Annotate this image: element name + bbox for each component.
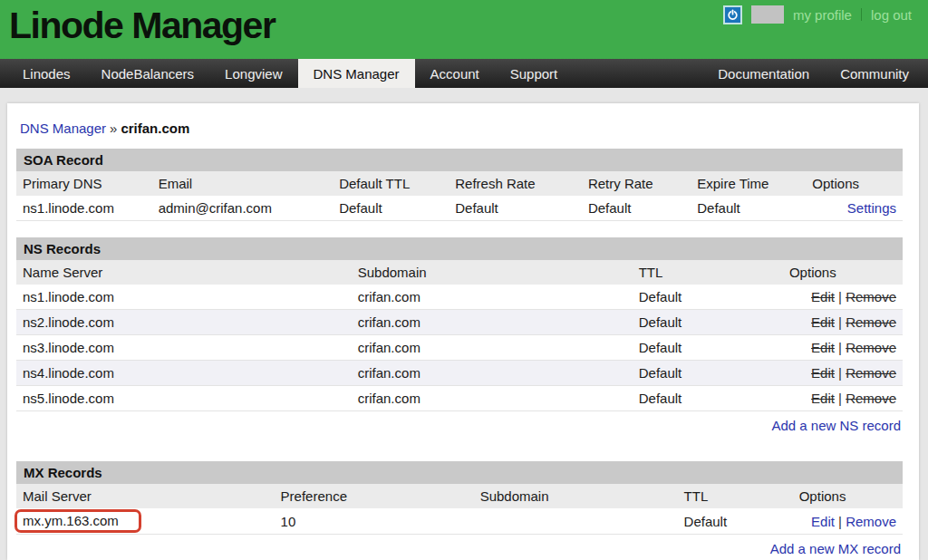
- nav-tab-longview[interactable]: Longview: [209, 59, 297, 88]
- options-separator: |: [835, 289, 846, 304]
- ns-options-cell: Edit | Remove: [783, 285, 903, 310]
- ns-edit-link: Edit: [811, 365, 835, 381]
- nav-tab-linodes[interactable]: Linodes: [7, 59, 86, 88]
- power-icon: [727, 9, 739, 21]
- ns-col-subdomain: Subdomain: [352, 260, 633, 285]
- content-panel: DNS Manager»crifan.com SOA Record Primar…: [7, 103, 919, 560]
- ns-ttl: Default: [633, 386, 783, 411]
- soa-col-refresh-rate: Refresh Rate: [449, 171, 582, 196]
- soa-col-default-ttl: Default TTL: [333, 171, 449, 196]
- ns-record-row: ns2.linode.comcrifan.comDefaultEdit | Re…: [16, 310, 903, 335]
- soa-col-primary-dns: Primary DNS: [16, 171, 152, 196]
- soa-default-ttl: Default: [333, 196, 449, 221]
- masthead-right: my profile log out: [723, 5, 912, 24]
- options-separator: |: [835, 340, 846, 355]
- ns-ttl: Default: [633, 310, 783, 335]
- mx-remove-link[interactable]: Remove: [846, 514, 896, 529]
- ns-subdomain: crifan.com: [352, 285, 633, 310]
- ns-subdomain: crifan.com: [352, 386, 633, 411]
- mx-ttl: Default: [678, 508, 793, 535]
- mx-record-row: mx.ym.163.com 10 Default Edit | Remove: [16, 508, 903, 535]
- breadcrumb-dns-manager-link[interactable]: DNS Manager: [20, 121, 106, 136]
- soa-table-title: SOA Record: [16, 149, 903, 171]
- add-ns-record-link[interactable]: Add a new NS record: [771, 418, 901, 433]
- mx-options-cell: Edit | Remove: [793, 508, 903, 535]
- linode-manager-logo: Linode Manager: [9, 4, 275, 48]
- mx-header-row: Mail Server Preference Subdomain TTL Opt…: [16, 484, 903, 508]
- soa-refresh-rate: Default: [449, 196, 582, 221]
- power-button[interactable]: [723, 5, 742, 24]
- mx-col-options: Options: [793, 484, 903, 508]
- nav-tab-community[interactable]: Community: [825, 59, 924, 88]
- ns-record-row: ns1.linode.comcrifan.comDefaultEdit | Re…: [16, 285, 903, 310]
- soa-retry-rate: Default: [582, 196, 691, 221]
- ns-remove-link: Remove: [846, 365, 896, 381]
- ns-table-footer: Add a new NS record: [16, 411, 903, 433]
- ns-edit-link: Edit: [811, 340, 835, 355]
- nav-tab-support[interactable]: Support: [495, 59, 574, 88]
- mx-mail-server: mx.ym.163.com: [23, 513, 119, 528]
- mx-edit-link[interactable]: Edit: [811, 514, 835, 529]
- soa-options-cell: Settings: [806, 196, 903, 221]
- ns-name-server: ns5.linode.com: [16, 386, 352, 411]
- ns-ttl: Default: [633, 335, 783, 361]
- soa-primary-dns: ns1.linode.com: [16, 196, 152, 221]
- soa-email: admin@crifan.com: [152, 196, 334, 221]
- ns-subdomain: crifan.com: [352, 361, 633, 386]
- ns-record-row: ns3.linode.comcrifan.comDefaultEdit | Re…: [16, 335, 903, 361]
- nav-tab-documentation[interactable]: Documentation: [702, 59, 825, 88]
- mx-col-preference: Preference: [275, 484, 474, 508]
- my-profile-link[interactable]: my profile: [793, 7, 852, 23]
- header-search-input[interactable]: [751, 5, 784, 24]
- section-gap: [16, 445, 903, 461]
- options-separator: |: [838, 514, 842, 529]
- log-out-link[interactable]: log out: [871, 7, 912, 23]
- ns-table-body: ns1.linode.comcrifan.comDefaultEdit | Re…: [16, 285, 903, 411]
- soa-expire-time: Default: [691, 196, 806, 221]
- nav-left: LinodesNodeBalancersLongviewDNS ManagerA…: [0, 59, 573, 88]
- ns-options-cell: Edit | Remove: [783, 310, 903, 335]
- soa-settings-link[interactable]: Settings: [847, 200, 896, 216]
- ns-subdomain: crifan.com: [352, 310, 633, 335]
- breadcrumb-current-domain: crifan.com: [121, 121, 189, 136]
- mx-subdomain: [474, 508, 678, 535]
- mx-table-title: MX Records: [16, 461, 903, 484]
- ns-edit-link: Edit: [811, 391, 835, 406]
- header-link-divider: [861, 8, 862, 21]
- ns-header-row: Name Server Subdomain TTL Options: [16, 260, 903, 285]
- nav-tab-nodebalancers[interactable]: NodeBalancers: [86, 59, 210, 88]
- ns-remove-link: Remove: [846, 340, 896, 355]
- options-separator: |: [835, 391, 846, 406]
- soa-record-table: SOA Record Primary DNS Email Default TTL…: [16, 149, 903, 221]
- ns-ttl: Default: [633, 285, 783, 310]
- ns-table-title: NS Records: [16, 237, 903, 260]
- options-separator: |: [835, 365, 846, 381]
- ns-options-cell: Edit | Remove: [783, 386, 903, 411]
- ns-col-options: Options: [783, 260, 903, 285]
- ns-options-cell: Edit | Remove: [783, 335, 903, 361]
- ns-record-row: ns4.linode.comcrifan.comDefaultEdit | Re…: [16, 361, 903, 386]
- mx-col-mail-server: Mail Server: [16, 484, 275, 508]
- nav-right: DocumentationCommunity: [702, 59, 928, 88]
- options-separator: |: [835, 314, 846, 330]
- ns-subdomain: crifan.com: [352, 335, 633, 361]
- mx-col-subdomain: Subdomain: [474, 484, 678, 508]
- soa-col-email: Email: [152, 171, 334, 196]
- mx-col-ttl: TTL: [678, 484, 793, 508]
- masthead: Linode Manager my profile log out: [0, 0, 928, 59]
- ns-col-ttl: TTL: [633, 260, 783, 285]
- soa-header-row: Primary DNS Email Default TTL Refresh Ra…: [16, 171, 903, 196]
- mx-records-table: MX Records Mail Server Preference Subdom…: [16, 461, 903, 535]
- ns-records-table: NS Records Name Server Subdomain TTL Opt…: [16, 237, 903, 411]
- ns-name-server: ns4.linode.com: [16, 361, 352, 386]
- main-navbar: LinodesNodeBalancersLongviewDNS ManagerA…: [0, 59, 928, 88]
- ns-remove-link: Remove: [846, 289, 896, 304]
- soa-col-expire-time: Expire Time: [691, 171, 806, 196]
- red-annotation-box: mx.ym.163.com: [14, 509, 141, 533]
- soa-col-retry-rate: Retry Rate: [582, 171, 691, 196]
- nav-tab-dns-manager[interactable]: DNS Manager: [298, 59, 415, 88]
- ns-name-server: ns3.linode.com: [16, 335, 352, 361]
- ns-record-row: ns5.linode.comcrifan.comDefaultEdit | Re…: [16, 386, 903, 411]
- nav-tab-account[interactable]: Account: [415, 59, 495, 88]
- add-mx-record-link[interactable]: Add a new MX record: [770, 541, 901, 556]
